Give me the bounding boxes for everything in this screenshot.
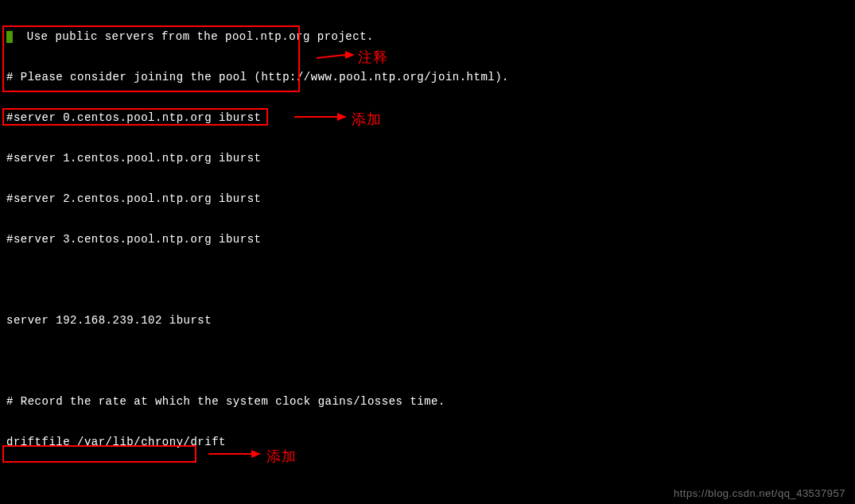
terminal-line: [6, 273, 849, 287]
annotation-add-1: 添加: [352, 110, 381, 129]
cursor-block: [6, 31, 13, 43]
terminal-line: server 192.168.239.102 iburst: [6, 314, 849, 328]
terminal-line: #server 3.centos.pool.ntp.org iburst: [6, 233, 849, 246]
line-text: Use public servers from the pool.ntp.org…: [13, 30, 374, 43]
terminal-line: Use public servers from the pool.ntp.org…: [6, 30, 849, 44]
terminal-line: driftfile /var/lib/chrony/drift: [6, 436, 849, 449]
terminal-line: [6, 355, 849, 368]
terminal-line: #server 0.centos.pool.ntp.org iburst: [6, 111, 849, 125]
watermark: https://blog.csdn.net/qq_43537957: [674, 487, 845, 499]
terminal-line: # Please consider joining the pool (http…: [6, 71, 849, 84]
annotation-add-2: 添加: [266, 447, 296, 466]
terminal-line: #server 1.centos.pool.ntp.org iburst: [6, 152, 849, 165]
terminal-line: # Record the rate at which the system cl…: [6, 395, 849, 409]
annotation-comment: 注释: [358, 48, 387, 67]
terminal-output[interactable]: Use public servers from the pool.ntp.org…: [0, 0, 855, 504]
terminal-line: #server 2.centos.pool.ntp.org iburst: [6, 192, 849, 206]
